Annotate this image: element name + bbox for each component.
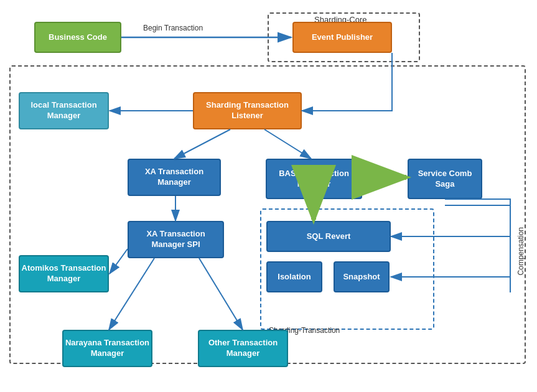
narayana-transaction-manager-box: Narayana Transaction Manager (62, 330, 152, 367)
sharding-transaction-listener-box: Sharding Transaction Listener (193, 92, 302, 129)
diagram: Sharding-Core Sharding-Transaction Begin… (0, 0, 537, 392)
begin-transaction-label: Begin Transaction (143, 24, 203, 32)
xa-transaction-manager-box: XA Transaction Manager (128, 159, 221, 196)
other-transaction-manager-box: Other Transaction Manager (198, 330, 288, 367)
base-transaction-manager-box: BASE Transaction Manager (266, 159, 362, 199)
business-code-box: Business Code (34, 22, 121, 53)
compensation-label: Compensation (516, 227, 525, 275)
local-transaction-manager-box: local Transaction Manager (19, 92, 109, 129)
sql-revert-box: SQL Revert (266, 221, 391, 252)
atomikos-transaction-manager-box: Atomikos Transaction Manager (19, 255, 109, 292)
service-comb-saga-box: Service Comb Saga (408, 159, 482, 199)
isolation-box: Isolation (266, 261, 322, 292)
snapshot-box: Snapshot (334, 261, 390, 292)
event-publisher-box: Event Publisher (292, 22, 392, 53)
xa-transaction-manager-spi-box: XA Transaction Manager SPI (128, 221, 224, 258)
